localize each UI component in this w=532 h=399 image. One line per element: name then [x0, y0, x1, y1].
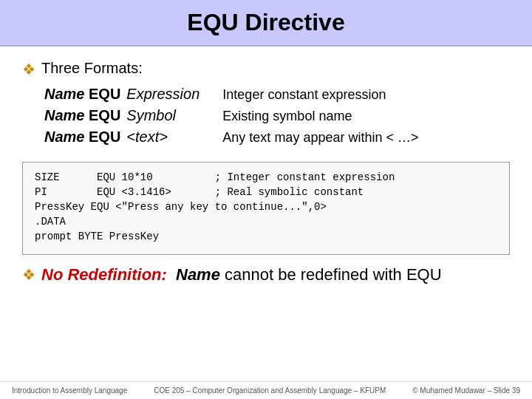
no-redef-title: No Redefinition:	[41, 265, 167, 284]
format-row-2: Name EQU <text> Any text may appear with…	[44, 129, 510, 146]
format-equ-2: EQU	[89, 129, 120, 146]
three-formats-label: Three Formats:	[41, 60, 143, 77]
no-redef-name: Name	[176, 265, 220, 284]
format-equ-0: EQU	[89, 86, 120, 103]
code-line-3: .DATA	[35, 216, 497, 228]
code-line-2: PressKey EQU <"Press any key to continue…	[35, 201, 497, 213]
bullet-three-formats: ❖ Three Formats:	[22, 60, 510, 78]
no-redef-section: ❖ No Redefinition: Name cannot be redefi…	[22, 265, 510, 284]
code-line-1: PI EQU <3.1416> ; Real symbolic constant	[35, 186, 497, 198]
slide-footer: Introduction to Assembly Language COE 20…	[0, 381, 532, 399]
format-name-0: Name	[44, 86, 89, 103]
format-syntax-1: Symbol	[126, 107, 222, 124]
slide: EQU Directive ❖ Three Formats: Name EQU …	[0, 0, 532, 399]
code-line-4: prompt BYTE PressKey	[35, 231, 497, 242]
format-syntax-2: <text>	[126, 129, 222, 146]
format-table: Name EQU Expression Integer constant exp…	[44, 86, 510, 150]
slide-header: EQU Directive	[0, 0, 532, 47]
format-name-1: Name	[44, 107, 89, 124]
footer-right: © Muhamed Mudawar – Slide 39	[412, 386, 520, 395]
diamond-icon-2: ❖	[22, 266, 35, 284]
format-desc-1: Existing symbol name	[222, 109, 352, 124]
no-redef-text: No Redefinition: Name cannot be redefine…	[41, 265, 442, 284]
slide-content: ❖ Three Formats: Name EQU Expression Int…	[0, 47, 532, 381]
slide-title: EQU Directive	[15, 9, 517, 36]
no-redef-rest: cannot be redefined with EQU	[225, 265, 442, 284]
format-equ-1: EQU	[89, 107, 120, 124]
format-name-2: Name	[44, 129, 89, 146]
format-row-1: Name EQU Symbol Existing symbol name	[44, 107, 510, 124]
code-line-0: SIZE EQU 10*10 ; Integer constant expres…	[35, 171, 497, 183]
format-desc-0: Integer constant expression	[222, 87, 386, 103]
format-row-0: Name EQU Expression Integer constant exp…	[44, 86, 510, 103]
format-desc-2: Any text may appear within < …>	[222, 130, 418, 146]
code-box: SIZE EQU 10*10 ; Integer constant expres…	[22, 162, 510, 255]
format-syntax-0: Expression	[126, 86, 222, 103]
footer-center: COE 205 – Computer Organization and Asse…	[154, 386, 386, 395]
footer-left: Introduction to Assembly Language	[12, 386, 127, 395]
diamond-icon-1: ❖	[22, 61, 35, 78]
